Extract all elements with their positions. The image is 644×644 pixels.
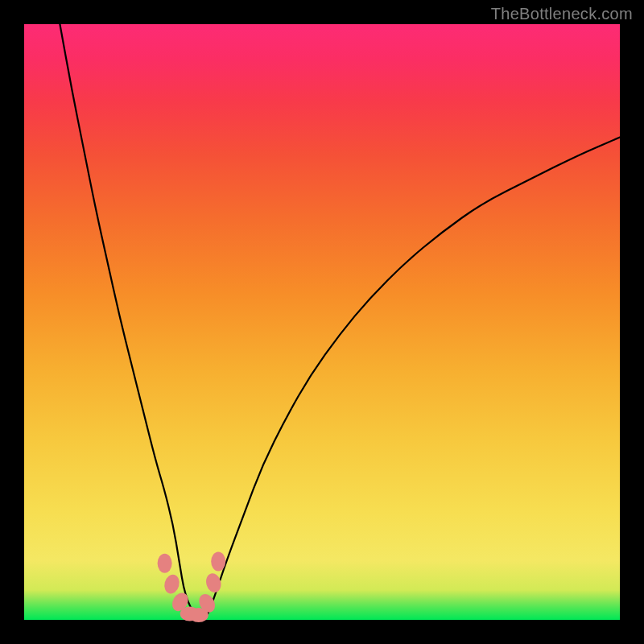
- marker-cluster: [158, 552, 226, 623]
- marker-dot: [158, 554, 172, 573]
- watermark-text: TheBottleneck.com: [491, 5, 633, 23]
- marker-dot: [211, 552, 225, 572]
- marker-dot: [163, 573, 182, 596]
- marker-dot: [204, 572, 224, 594]
- chart-frame: TheBottleneck.com: [0, 0, 644, 644]
- chart-svg: [24, 24, 620, 620]
- bottleneck-curve: [60, 24, 620, 620]
- plot-area: [24, 24, 620, 620]
